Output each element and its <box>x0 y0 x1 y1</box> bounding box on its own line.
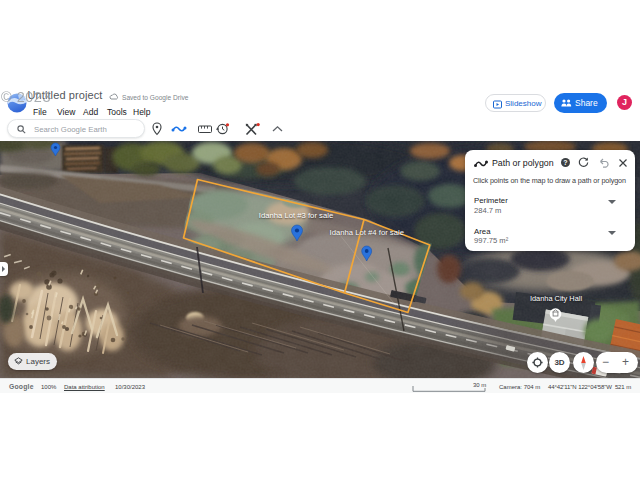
svg-text:Idanha Lot #4 for sale: Idanha Lot #4 for sale <box>330 228 404 237</box>
svg-text:Idanha Lot #3 for sale: Idanha Lot #3 for sale <box>259 211 333 220</box>
svg-text:Idanha City Hall: Idanha City Hall <box>530 294 583 303</box>
